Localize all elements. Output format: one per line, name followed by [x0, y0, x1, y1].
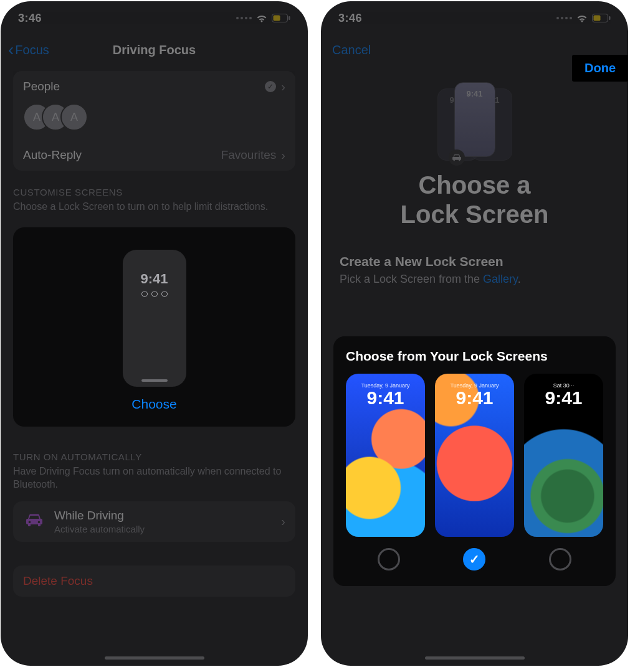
people-label: People	[23, 80, 60, 93]
screenshot-left: 3:46 ‹ Focus Driving Focus People › A	[1, 1, 308, 666]
auto-header: TURN ON AUTOMATICALLY Have Driving Focus…	[1, 427, 308, 496]
customise-description: Choose a Lock Screen to turn on to help …	[13, 200, 295, 214]
choose-button[interactable]: Choose	[131, 397, 176, 412]
car-badge-icon	[449, 149, 465, 166]
page-title: Driving Focus	[113, 43, 196, 57]
lockscreen-date: Tuesday, 9 January	[361, 382, 409, 389]
back-label: Focus	[15, 43, 49, 57]
lockscreen-option-2[interactable]: Tuesday, 9 January 9:41	[435, 374, 514, 537]
while-driving-title: While Driving	[54, 509, 272, 523]
lockscreen-option-1[interactable]: Tuesday, 9 January 9:41	[346, 374, 425, 537]
lockscreen-stack-preview: 9:41 9:41 9:41	[425, 80, 525, 167]
lockscreen-time: 9:41	[456, 387, 493, 409]
while-driving-card[interactable]: While Driving Activate automatically ›	[13, 501, 295, 542]
svg-rect-1	[289, 16, 290, 20]
screenshot-right: 3:46 Cancel Done 9:41 9:41 9:41 Choose a…	[321, 1, 628, 666]
lockscreen-preview-block: 9:41 Choose	[13, 227, 295, 427]
select-radio-3[interactable]	[549, 548, 571, 570]
home-indicator	[425, 656, 525, 660]
select-radio-2[interactable]: ✓	[463, 548, 485, 570]
chevron-left-icon: ‹	[8, 41, 14, 59]
lockscreen-option-3[interactable]: Sat 30 ·· 9:41	[524, 374, 603, 537]
delete-focus-label: Delete Focus	[23, 574, 93, 588]
svg-rect-5	[594, 16, 601, 21]
chevron-right-icon: ›	[281, 80, 285, 94]
your-lockscreens-block: Choose from Your Lock Screens Tuesday, 9…	[333, 336, 616, 586]
thumbnail-time: 9:41	[140, 271, 168, 287]
lockscreen-time: 9:41	[545, 387, 582, 409]
status-time: 3:46	[338, 12, 362, 25]
auto-reply-label: Auto-Reply	[23, 148, 82, 162]
auto-description: Have Driving Focus turn on automatically…	[13, 465, 295, 491]
lockscreen-thumbnail[interactable]: 9:41	[123, 250, 186, 387]
auto-reply-row[interactable]: Auto-Reply Favourites ›	[13, 140, 295, 171]
chevron-right-icon: ›	[281, 148, 285, 163]
lockscreen-time: 9:41	[366, 387, 404, 409]
home-indicator	[105, 656, 204, 660]
auto-reply-value: Favourites	[221, 148, 277, 162]
back-button[interactable]: ‹ Focus	[8, 35, 49, 65]
people-avatars: A A A	[13, 102, 295, 140]
status-time: 3:46	[18, 12, 42, 25]
chevron-right-icon: ›	[281, 514, 285, 529]
battery-icon	[592, 14, 611, 22]
widget-dots-icon	[141, 291, 168, 297]
wifi-icon	[576, 14, 588, 22]
while-driving-subtitle: Activate automatically	[54, 524, 272, 534]
delete-focus-button[interactable]: Delete Focus	[13, 566, 295, 597]
avatar: A	[60, 103, 88, 131]
customise-caption: CUSTOMISE SCREENS	[13, 187, 295, 197]
check-circle-icon	[265, 81, 276, 92]
car-icon	[23, 513, 45, 529]
your-lockscreens-heading: Choose from Your Lock Screens	[346, 349, 603, 364]
status-bar: 3:46	[321, 1, 628, 35]
cancel-button[interactable]: Cancel	[332, 43, 371, 57]
create-new-heading: Create a New Lock Screen	[340, 254, 609, 269]
status-bar: 3:46	[1, 1, 308, 35]
cellular-dots-icon	[236, 17, 252, 19]
done-button[interactable]: Done	[572, 55, 628, 82]
delete-focus-card: Delete Focus	[13, 566, 295, 597]
modal-title-l2: Lock Screen	[321, 200, 628, 229]
svg-rect-4	[609, 16, 611, 20]
customise-header: CUSTOMISE SCREENS Choose a Lock Screen t…	[1, 171, 308, 219]
modal-title-l1: Choose a	[321, 171, 628, 200]
cellular-dots-icon	[556, 17, 572, 19]
modal-title: Choose a Lock Screen	[321, 171, 628, 229]
lockscreen-date: Sat 30 ··	[553, 382, 575, 389]
select-radio-1[interactable]	[378, 548, 400, 570]
lockscreen-date: Tuesday, 9 January	[450, 382, 499, 389]
nav-bar: ‹ Focus Driving Focus	[1, 35, 308, 65]
gallery-link[interactable]: Gallery	[483, 273, 518, 285]
people-row[interactable]: People ›	[13, 71, 295, 102]
create-new-text: Pick a Lock Screen from the Gallery.	[340, 273, 609, 286]
people-card: People › A A A Auto-Reply Favourites ›	[13, 71, 295, 171]
create-new-section: Create a New Lock Screen Pick a Lock Scr…	[321, 229, 628, 286]
battery-icon	[272, 14, 290, 22]
wifi-icon	[255, 14, 268, 22]
auto-caption: TURN ON AUTOMATICALLY	[13, 452, 295, 462]
svg-rect-2	[274, 16, 280, 21]
